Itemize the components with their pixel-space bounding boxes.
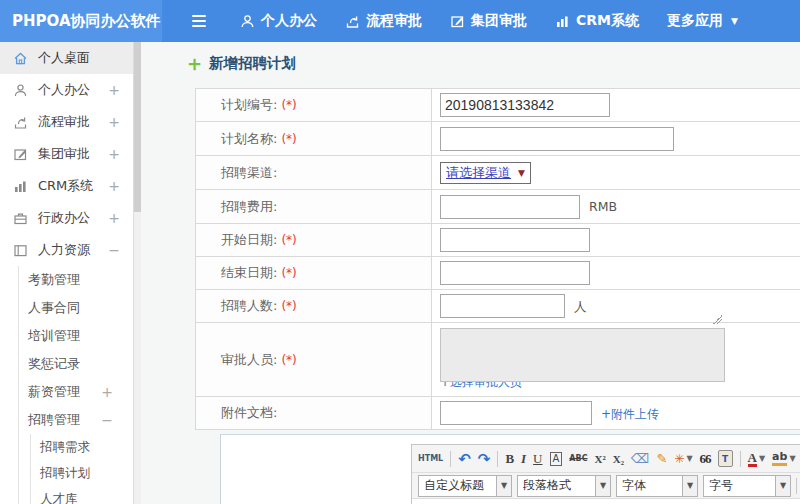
sidebar-item-recruit-demand[interactable]: 招聘需求	[31, 434, 133, 460]
bold-button[interactable]: B	[505, 451, 514, 467]
resize-handle[interactable]	[713, 315, 722, 324]
nav-crm-system[interactable]: CRM系统	[555, 12, 639, 30]
redo-icon[interactable]: ↷	[478, 450, 491, 468]
custom-title-dropdown[interactable]: 自定义标题 ▼	[418, 475, 512, 497]
attachment-input[interactable]	[440, 401, 592, 425]
paragraph-format-dropdown[interactable]: 段落格式 ▼	[517, 475, 611, 497]
fee-unit: RMB	[589, 199, 617, 214]
expand-plus-icon[interactable]: +	[108, 146, 120, 162]
caret-down-icon: ▼	[775, 476, 790, 496]
plan-name-input[interactable]	[440, 127, 674, 151]
collapse-minus-icon[interactable]: −	[108, 242, 120, 258]
font-size-dropdown[interactable]: 字号 ▼	[703, 475, 791, 497]
field-label: 附件文档:	[221, 405, 277, 420]
caret-down-icon: ▼	[789, 454, 795, 463]
editor-panel: HTML ↶ ↷ B I U A ABC X² X₂ ⌫ ✎ ✳	[220, 434, 800, 504]
menu-toggle-icon[interactable]	[192, 15, 206, 27]
field-label: 开始日期:	[221, 232, 277, 247]
superscript-button[interactable]: X²	[595, 453, 606, 465]
toolbar-separator	[497, 451, 498, 467]
font-family-dropdown[interactable]: 字体 ▼	[616, 475, 698, 497]
editor-content-area[interactable]	[412, 499, 800, 504]
sidebar-item-talent-pool[interactable]: 人才库	[31, 486, 133, 504]
blockquote-icon[interactable]: 66	[700, 451, 711, 467]
required-mark: (*)	[281, 266, 296, 280]
sidebar-item-hr[interactable]: 人力资源 −	[0, 234, 133, 266]
channel-select[interactable]: 请选择渠道 ▼	[440, 162, 531, 184]
start-date-input[interactable]	[440, 228, 590, 252]
approvers-textarea[interactable]	[440, 328, 725, 382]
strikethrough-button[interactable]: ABC	[569, 454, 587, 463]
sidebar-item-recruit-mgmt[interactable]: 招聘管理 −	[19, 406, 133, 434]
italic-button[interactable]: I	[521, 451, 526, 467]
sidebar-item-label: 招聘需求	[40, 439, 90, 456]
nav-label: 更多应用	[667, 12, 723, 30]
underline-button[interactable]: U	[533, 451, 542, 467]
sidebar-item-label: 薪资管理	[28, 383, 80, 401]
sidebar-item-attendance[interactable]: 考勤管理	[19, 266, 133, 294]
format-brush-icon[interactable]: ✎	[656, 451, 667, 466]
field-label: 计划编号:	[221, 97, 277, 112]
nav-personal-office[interactable]: 个人办公	[240, 12, 317, 30]
field-label: 招聘费用:	[221, 199, 277, 214]
paste-icon[interactable]: T	[718, 450, 733, 467]
highlight-button[interactable]: ab ▼	[772, 451, 795, 466]
nav-group-approval[interactable]: 集团审批	[450, 12, 527, 30]
chevron-down-icon: ▼	[731, 16, 738, 26]
end-date-input[interactable]	[440, 261, 590, 285]
headcount-unit: 人	[574, 299, 587, 314]
autotypeset-button[interactable]: A	[550, 452, 563, 466]
sidebar-item-group-approval[interactable]: 集团审批 +	[0, 138, 133, 170]
html-source-button[interactable]: HTML	[418, 454, 443, 463]
expand-plus-icon[interactable]: +	[108, 178, 120, 194]
plan-no-input[interactable]	[440, 93, 610, 117]
sidebar-item-salary[interactable]: 薪资管理 +	[19, 378, 133, 406]
headcount-input[interactable]	[440, 294, 565, 318]
sidebar-item-label: 流程审批	[38, 113, 90, 131]
hr-submenu: 考勤管理 人事合同 培训管理 奖惩记录 薪资管理 + 招聘管理 − 招聘需求	[18, 266, 133, 504]
sidebar-item-recruit-plan[interactable]: 招聘计划	[31, 460, 133, 486]
form-row-plan-no: 计划编号:(*)	[196, 89, 800, 122]
recruit-plan-form: 计划编号:(*) 计划名称:(*) 招聘渠道:	[195, 88, 800, 430]
expand-plus-icon[interactable]: +	[108, 210, 120, 226]
sidebar-item-hr-contract[interactable]: 人事合同	[19, 294, 133, 322]
editor-toolbar-row2: 自定义标题 ▼ 段落格式 ▼ 字体 ▼ 字号 ▼	[412, 473, 800, 499]
sidebar-item-label: 奖惩记录	[28, 355, 80, 373]
nav-more-apps[interactable]: 更多应用 ▼	[667, 12, 738, 30]
subscript-button[interactable]: X₂	[613, 453, 624, 465]
sidebar-item-personal-office[interactable]: 个人办公 +	[0, 74, 133, 106]
user-icon	[13, 83, 29, 98]
sidebar-item-training[interactable]: 培训管理	[19, 322, 133, 350]
home-icon	[13, 51, 29, 66]
sidebar-item-desktop[interactable]: 个人桌面	[0, 42, 133, 74]
nav-label: 集团审批	[471, 12, 527, 30]
field-label: 审批人员:	[221, 352, 277, 367]
nav-workflow-approval[interactable]: 流程审批	[345, 12, 422, 30]
expand-plus-icon[interactable]: +	[108, 114, 120, 130]
expand-plus-icon[interactable]: +	[101, 384, 113, 400]
expand-plus-icon[interactable]: +	[108, 82, 120, 98]
attachment-upload-link[interactable]: +附件上传	[601, 407, 659, 421]
eraser-icon[interactable]: ⌫	[631, 451, 649, 466]
app-logo: PHPOA协同办公软件	[0, 0, 162, 42]
fee-input[interactable]	[440, 195, 580, 219]
sidebar-item-rewards[interactable]: 奖惩记录	[19, 350, 133, 378]
collapse-minus-icon[interactable]: −	[101, 412, 113, 428]
field-label: 招聘人数:	[221, 298, 277, 313]
scrollbar-thumb[interactable]	[134, 42, 141, 212]
font-color-button[interactable]: A ▼	[748, 451, 766, 467]
required-mark: (*)	[281, 299, 296, 313]
field-label: 招聘渠道:	[221, 165, 277, 180]
nav-label: 个人办公	[261, 12, 317, 30]
form-row-attachment: 附件文档: +附件上传	[196, 397, 800, 430]
edit-square-icon	[450, 14, 465, 29]
required-mark: (*)	[281, 98, 296, 112]
sidebar-item-label: 培训管理	[28, 327, 80, 345]
undo-icon[interactable]: ↶	[458, 450, 471, 468]
doodle-icon[interactable]: ✳ ▼	[674, 452, 692, 466]
sidebar-item-crm[interactable]: CRM系统 +	[0, 170, 133, 202]
sidebar-item-workflow-approval[interactable]: 流程审批 +	[0, 106, 133, 138]
sidebar-item-admin-office[interactable]: 行政办公 +	[0, 202, 133, 234]
add-plus-icon: +	[187, 56, 202, 72]
bar-chart-icon	[13, 179, 29, 194]
